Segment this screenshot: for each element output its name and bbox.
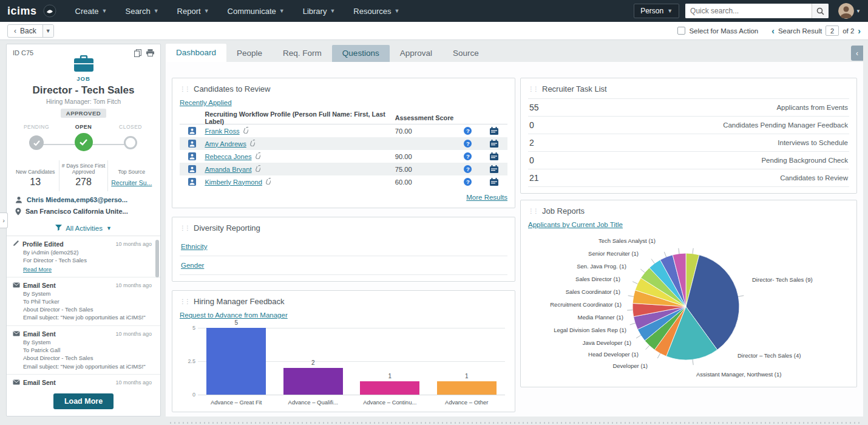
menu-create[interactable]: Create▼ <box>67 0 115 22</box>
user-menu[interactable]: ▼ <box>838 3 861 19</box>
menu-communicate[interactable]: Communicate▼ <box>220 0 293 22</box>
recently-applied-link[interactable]: Recently Applied <box>180 99 232 106</box>
help-icon[interactable]: ? <box>464 127 472 135</box>
candidate-link[interactable]: Rebecca Jones <box>205 153 251 160</box>
briefcase-icon <box>73 66 94 74</box>
pie-label: Recruitment Coordinator (1) <box>550 301 622 308</box>
task-row[interactable]: 21Candidates to Review <box>528 169 849 187</box>
x-label: Advance – Great Fit <box>198 399 275 406</box>
request-to-advance-link[interactable]: Request to Advance from Manager <box>180 311 288 319</box>
search-button[interactable] <box>812 4 829 18</box>
search-scope-dropdown[interactable]: Person▼ <box>634 4 679 18</box>
activity-filter-dropdown[interactable]: All Activities ▼ <box>7 225 160 232</box>
menu-resources[interactable]: Resources▼ <box>345 0 407 22</box>
applicants-by-job-title-link[interactable]: Applicants by Current Job Title <box>528 221 623 228</box>
drag-handle-icon[interactable]: ⋮⋮ <box>180 299 189 305</box>
table-row[interactable]: Amy Andrews ? <box>180 137 507 150</box>
diversity-reporting-panel: ⋮⋮Diversity Reporting Ethnicity Gender <box>172 217 515 282</box>
help-icon[interactable]: ? <box>464 165 472 173</box>
task-row[interactable]: 2Interviews to Schedule <box>528 134 849 152</box>
next-result-button[interactable]: › <box>858 27 861 35</box>
table-row[interactable]: Rebecca Jones 90.00 ? <box>180 150 507 163</box>
pie-label: Sen. Java Prog. (1) <box>577 263 626 270</box>
activity-line: For Director - Tech Sales <box>23 256 152 264</box>
tab-source[interactable]: Source <box>442 45 489 62</box>
task-row[interactable]: 0Pending Background Check <box>528 152 849 169</box>
recruiter-task-list-panel: ⋮⋮Recruiter Task List 55Applicants from … <box>520 78 857 194</box>
menu-library[interactable]: Library▼ <box>295 0 344 22</box>
ethnicity-link[interactable]: Ethnicity <box>181 243 207 250</box>
table-row[interactable]: Frank Ross 70.00 ? <box>180 124 507 137</box>
task-row[interactable]: 55Applicants from Events <box>528 99 849 117</box>
activity-feed[interactable]: Profile Edited 10 months ago By iAdmin (… <box>7 236 160 388</box>
read-more-link[interactable]: Read More <box>23 266 52 273</box>
tab-questions[interactable]: Questions <box>332 45 390 62</box>
tab-dashboard[interactable]: Dashboard <box>166 44 226 62</box>
mass-action-checkbox[interactable] <box>677 27 685 35</box>
candidate-link[interactable]: Amanda Bryant <box>205 166 251 173</box>
schedule-interview-icon[interactable] <box>481 127 507 135</box>
candidate-link[interactable]: Frank Ross <box>205 127 239 135</box>
drag-handle-icon[interactable]: ⋮⋮ <box>528 208 538 214</box>
sidebar-expand-button[interactable]: › <box>0 212 8 228</box>
stat-value: 278 <box>61 177 106 188</box>
tab-people[interactable]: People <box>226 45 273 62</box>
table-row[interactable]: Kimberly Raymond 60.00 ? <box>180 175 507 188</box>
bar-advance-other <box>437 381 497 395</box>
more-results-link[interactable]: More Results <box>466 194 507 201</box>
candidate-link[interactable]: Kimberly Raymond <box>205 178 262 186</box>
prev-result-button[interactable]: ‹ <box>771 27 775 35</box>
step-closed[interactable]: CLOSED <box>109 124 152 155</box>
result-number-input[interactable]: 2 <box>826 25 839 36</box>
top-source-link[interactable]: Recruiter Su... <box>111 179 152 186</box>
help-icon[interactable]: ? <box>464 178 472 186</box>
chevron-down-icon: ▼ <box>395 8 400 14</box>
activity-item[interactable]: Email Sent 10 months ago By System To Ph… <box>7 277 160 326</box>
help-icon[interactable]: ? <box>464 140 472 148</box>
menu-report[interactable]: Report▼ <box>169 0 217 22</box>
back-dropdown-caret[interactable]: ▼ <box>42 25 53 37</box>
table-row[interactable]: Amanda Bryant 75.00 ? <box>180 163 507 175</box>
activity-item[interactable]: Email Sent 10 months ago By System To Ky… <box>7 375 160 388</box>
column-header-score[interactable]: Assessment Score <box>395 114 455 121</box>
quick-search-input[interactable] <box>685 4 812 18</box>
task-row[interactable]: 0Candidates Pending Manager Feedback <box>528 117 849 134</box>
contact-name[interactable]: Chris Miedema,emp63@perso... <box>27 196 127 203</box>
help-icon[interactable]: ? <box>464 152 472 160</box>
activity-title: Email Sent <box>23 282 56 289</box>
load-more-button[interactable]: Load More <box>53 393 114 409</box>
collapse-panel-button[interactable]: ‹ <box>851 46 863 61</box>
column-header-name[interactable]: Recruiting Workflow Profile (Person Full… <box>205 110 395 125</box>
bar-advance-great-fit <box>206 328 266 395</box>
drag-handle-icon[interactable]: ⋮⋮ <box>180 86 189 92</box>
search-icon <box>816 7 824 15</box>
candidate-link[interactable]: Amy Andrews <box>205 140 246 148</box>
panel-title: Diversity Reporting <box>194 223 260 233</box>
tab-req-form[interactable]: Req. Form <box>273 45 332 62</box>
activity-line: About Director - Tech Sales <box>23 354 152 362</box>
gender-link[interactable]: Gender <box>181 262 204 269</box>
task-label: Applicants from Events <box>776 104 848 111</box>
drag-handle-icon[interactable]: ⋮⋮ <box>528 86 538 92</box>
step-pending[interactable]: PENDING <box>15 124 58 155</box>
schedule-interview-icon[interactable] <box>481 140 507 148</box>
paperclip-icon <box>249 140 255 148</box>
schedule-interview-icon[interactable] <box>481 165 507 173</box>
tab-approval[interactable]: Approval <box>390 45 442 62</box>
back-button[interactable]: ‹Back ▼ <box>7 24 54 38</box>
activity-item[interactable]: Profile Edited 10 months ago By iAdmin (… <box>7 236 160 277</box>
schedule-interview-icon[interactable] <box>481 178 507 186</box>
menu-search[interactable]: Search▼ <box>117 0 166 22</box>
activity-title: Email Sent <box>23 330 56 338</box>
top-navigation-bar: icims Create▼ Search▼ Report▼ Communicat… <box>0 0 868 22</box>
drag-handle-icon[interactable]: ⋮⋮ <box>180 225 189 231</box>
activity-item[interactable]: Email Sent 10 months ago By System To Pa… <box>7 326 160 375</box>
panel-title: Candidates to Review <box>194 84 270 93</box>
step-open[interactable]: OPEN <box>63 124 105 155</box>
app-window: icims Create▼ Search▼ Report▼ Communicat… <box>0 0 868 425</box>
horizontal-scrollbar[interactable] <box>170 422 860 424</box>
schedule-interview-icon[interactable] <box>481 152 507 160</box>
pie-label: Sales Coordinator (1) <box>566 288 620 295</box>
activity-scrollbar[interactable] <box>155 240 159 277</box>
task-label: Pending Background Check <box>761 157 848 164</box>
